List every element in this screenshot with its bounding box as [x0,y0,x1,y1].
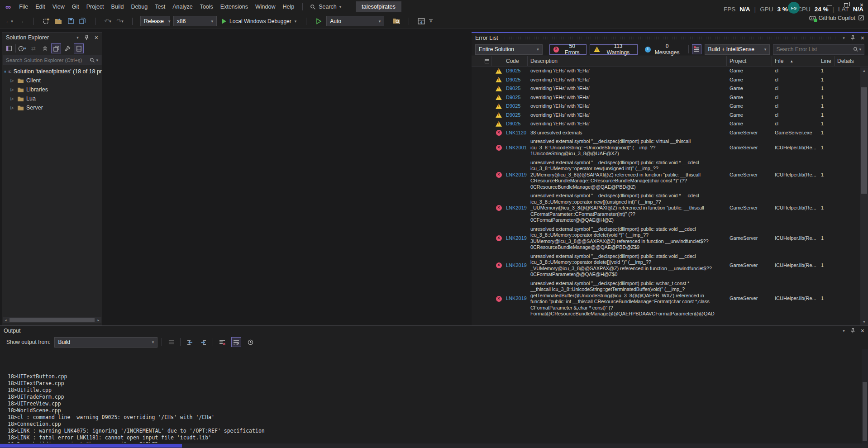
close-icon[interactable]: × [861,328,864,334]
drag-grip[interactable] [504,36,838,40]
properties-wrench-icon[interactable] [62,43,72,53]
close-window-button[interactable]: × [860,3,863,7]
attach-mode-dropdown[interactable]: Auto▾ [326,16,384,26]
error-code-link[interactable]: D9025 [503,77,528,83]
show-all-files-icon[interactable] [51,43,61,53]
error-row[interactable]: LNK1120 38 unresolved externals GameServ… [472,129,868,138]
tree-item-folder[interactable]: ▷ Server [2,103,102,112]
previous-message-icon[interactable] [185,337,195,347]
scroll-down-icon[interactable]: ▼ [860,320,868,324]
menu-item[interactable]: Help [279,2,298,12]
save-icon[interactable] [66,16,75,27]
window-layout-icon[interactable] [417,16,426,27]
error-row[interactable]: LNK2001 unresolved external symbol "__de… [472,137,868,158]
pin-icon[interactable] [850,35,855,41]
clear-all-icon[interactable] [217,337,227,347]
error-row[interactable]: LNK2019 unresolved external symbol "__de… [472,158,868,192]
messages-filter-button[interactable]: 0 Messages [641,44,685,55]
expander-icon[interactable]: ▷ [10,105,15,110]
header-details[interactable]: Details [835,56,858,66]
switch-views-icon[interactable] [4,43,14,53]
horizontal-scrollbar[interactable]: ◂ ▸ [3,317,101,323]
menu-item[interactable]: File [15,2,32,12]
header-file[interactable]: File▲ [772,56,818,66]
menu-item[interactable]: Window [252,2,279,12]
header-description[interactable]: Description [528,56,727,66]
expander-icon[interactable]: ▷ [10,87,15,92]
warnings-filter-button[interactable]: 113 Warnings [590,44,638,55]
errors-filter-button[interactable]: 50 Errors [549,44,587,55]
window-title[interactable]: talesofpirates [356,1,401,12]
scope-dropdown[interactable]: Entire Solution▾ [475,44,543,55]
sync-with-active-document-icon[interactable]: ⇄ [29,43,38,53]
scrollbar-thumb[interactable] [10,318,95,322]
fs-overlay-badge[interactable]: FS [788,2,800,14]
menu-item[interactable]: Test [151,2,169,12]
vertical-scrollbar[interactable]: ▲ ▼ [860,67,868,325]
toolbar-overflow-icon[interactable]: ▾ [429,19,433,23]
scroll-up-icon[interactable]: ▲ [860,69,868,73]
header-severity[interactable] [491,56,503,66]
navigate-back-icon[interactable]: ←▾ [5,16,14,27]
menu-item[interactable]: Analyze [169,2,196,12]
solution-explorer-titlebar[interactable]: Solution Explorer ▾ × [2,33,102,43]
error-code-link[interactable]: LNK2019 [503,235,528,242]
error-code-link[interactable]: D9025 [503,121,528,127]
pin-icon[interactable] [84,35,89,40]
expander-icon[interactable]: ▷ [10,78,15,83]
menu-item[interactable]: View [49,2,68,12]
copilot-status[interactable]: GitHub Copilot [809,15,864,21]
error-list-titlebar[interactable]: Error List ▾ × [472,33,868,43]
error-list-search-input[interactable]: Search Error List ▾ [773,44,864,55]
error-code-link[interactable]: LNK2019 [503,172,528,178]
pin-icon[interactable] [850,328,855,334]
category-icon[interactable] [485,59,489,63]
scrollbar-thumb[interactable] [0,444,182,448]
window-position-icon[interactable]: ▾ [843,329,845,333]
goto-message-icon[interactable] [166,337,176,347]
solution-explorer-search-input[interactable]: Search Solution Explorer (Ctrl+ş) ▾ [3,55,101,65]
error-row[interactable]: LNK2019 unresolved external symbol "__de… [472,225,868,252]
feedback-icon[interactable] [858,15,864,21]
menu-item[interactable]: Extensions [217,2,252,12]
redo-icon[interactable]: ↷▾ [115,16,124,27]
find-in-files-icon[interactable] [392,16,401,27]
filter-icon[interactable] [692,44,701,54]
expander-icon[interactable]: ▷ [10,96,15,101]
scroll-left-icon[interactable]: ◂ [3,318,9,322]
preview-selected-items-icon[interactable] [74,43,84,53]
pending-changes-filter-icon[interactable]: ▾ [17,43,27,53]
error-code-link[interactable]: D9025 [503,103,528,110]
configuration-dropdown[interactable]: Release▾ [140,16,170,26]
open-folder-icon[interactable] [54,16,63,27]
window-position-icon[interactable]: ▾ [76,35,79,40]
error-code-link[interactable]: LNK2019 [503,205,528,211]
output-titlebar[interactable]: Output ▾ × [0,326,868,336]
navigate-forward-icon[interactable]: → [17,16,26,27]
menu-item[interactable]: Tools [196,2,217,12]
close-icon[interactable]: × [95,35,98,40]
minimize-button[interactable] [827,5,832,5]
menu-item[interactable]: Project [83,2,108,12]
new-project-icon[interactable] [42,16,51,27]
restore-button[interactable] [844,3,848,7]
error-code-link[interactable]: LNK2019 [503,295,528,302]
error-code-link[interactable]: D9025 [503,68,528,74]
start-debugging-button[interactable]: Local Windows Debugger ▾ [220,18,298,24]
header-project[interactable]: Project [727,56,772,66]
window-position-icon[interactable]: ▾ [843,36,845,40]
output-source-dropdown[interactable]: Build▾ [54,337,157,348]
tree-item-folder[interactable]: ▷ Libraries [2,85,102,94]
scrollbar-thumb[interactable] [861,87,867,194]
solution-root-node[interactable]: Solution 'talesofpirates' (18 of 18 pr [2,67,102,76]
error-row[interactable]: LNK2019 unresolved external symbol "__de… [472,252,868,279]
error-row[interactable]: LNK2019 unresolved external symbol "__de… [472,191,868,225]
menu-item[interactable]: Git [68,2,83,12]
timestamp-clock-icon[interactable] [245,337,255,347]
error-row[interactable]: D9025 overriding '/EHs' with '/EHa' Game… [472,67,868,76]
vertical-scrollbar[interactable] [862,349,868,443]
scroll-right-icon[interactable]: ▸ [95,318,101,322]
error-code-link[interactable]: LNK2019 [503,262,528,269]
error-code-link[interactable]: D9025 [503,112,528,119]
error-code-link[interactable]: LNK2001 [503,145,528,151]
